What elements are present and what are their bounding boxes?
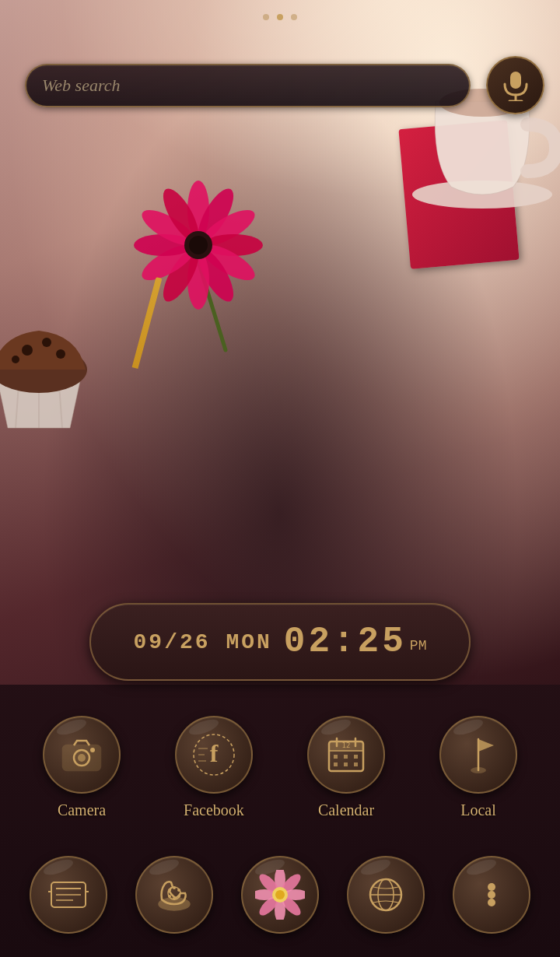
app-grid-row-2 [0,848,560,941]
svg-point-79 [488,891,495,899]
local-icon-circle[interactable] [439,716,517,794]
app-wallpaper[interactable] [227,856,333,934]
news-icon-circle[interactable] [30,856,107,934]
svg-point-78 [488,883,495,891]
facebook-label: Facebook [184,801,244,819]
browser-icon-circle[interactable] [347,856,425,934]
search-input[interactable] [42,75,453,96]
calendar-label: Calendar [318,801,374,819]
svg-point-21 [22,345,33,356]
svg-text:f: f [210,739,219,767]
svg-point-31 [90,748,95,752]
svg-point-59 [173,886,176,889]
phone-icon [154,875,194,915]
clock-ampm: PM [410,638,427,654]
camera-icon-circle[interactable] [43,716,121,794]
clock-time: 02:25 [284,622,407,662]
calendar-icon: 12 [326,735,366,774]
mic-button[interactable] [486,56,544,114]
clock-widget: 09/26 MON 02:25 PM [89,603,471,681]
page-dot-1 [263,14,269,20]
svg-point-16 [189,236,208,254]
camera-icon [61,738,102,772]
search-bar[interactable] [25,56,471,114]
local-icon [458,734,499,775]
svg-point-61 [177,895,180,898]
calendar-icon-circle[interactable]: 12 [307,716,385,794]
svg-rect-46 [334,762,338,766]
app-phone[interactable] [121,856,227,934]
clock-date: 09/26 MON [134,630,272,654]
news-icon [48,878,89,912]
facebook-icon: f [192,733,236,776]
more-icon-circle[interactable] [453,856,530,934]
page-dot-2 [277,14,283,20]
camera-label: Camera [58,801,106,819]
svg-rect-44 [344,755,348,759]
app-grid-row-1: Camera f Facebook [0,708,560,827]
svg-rect-45 [354,755,358,759]
svg-point-60 [177,889,180,892]
microphone-icon [502,70,530,101]
app-news[interactable] [16,856,121,934]
flower-decoration [117,156,334,361]
flower-center-circle[interactable] [241,856,319,934]
page-dot-3 [291,14,297,20]
local-label: Local [460,801,496,819]
svg-point-64 [168,889,171,892]
svg-rect-48 [354,762,358,766]
phone-icon-circle[interactable] [135,856,213,934]
svg-rect-47 [344,762,348,766]
svg-rect-43 [334,755,338,759]
browser-icon [366,875,406,915]
svg-point-30 [78,754,86,762]
svg-text:12: 12 [342,741,351,749]
page-indicator [263,14,297,20]
more-icon [471,875,512,915]
facebook-icon-circle[interactable]: f [175,716,253,794]
search-input-wrapper[interactable] [25,64,471,107]
app-more[interactable] [439,856,544,934]
flower-icon [255,870,305,920]
svg-point-24 [56,349,65,359]
app-camera[interactable]: Camera [27,716,136,819]
svg-point-80 [488,899,495,906]
svg-point-50 [471,767,486,773]
svg-rect-25 [510,72,521,89]
svg-point-63 [168,895,171,898]
muffin-decoration [0,296,101,439]
svg-point-22 [42,338,51,347]
app-calendar[interactable]: 12 Calendar [292,716,401,819]
app-facebook[interactable]: f Facebook [159,716,268,819]
svg-point-74 [275,890,285,899]
app-browser[interactable] [333,856,439,934]
app-local[interactable]: Local [424,716,533,819]
svg-point-23 [12,356,19,363]
svg-point-62 [173,897,176,900]
